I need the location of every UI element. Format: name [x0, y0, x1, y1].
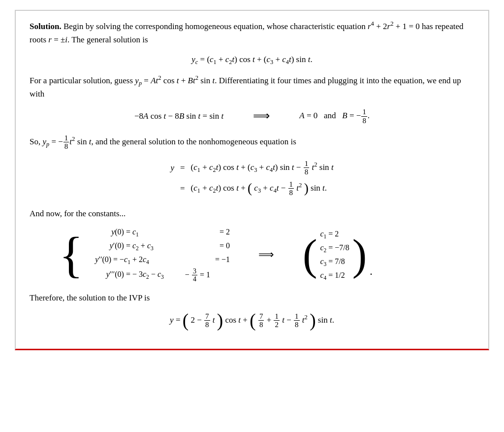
sys-row4-rhs: − 34 = 1 [181, 267, 210, 283]
sys-row2-lhs: y′(0) = [86, 240, 130, 252]
intro-paragraph: Solution. Begin by solving the correspon… [30, 20, 474, 46]
sys-row4-mid: − 3c2 − c3 [132, 268, 172, 280]
diff-lhs: −8A cos t − 8B sin t = sin t [134, 110, 223, 123]
result-c2: c2 = −7/8 [320, 242, 349, 254]
result-c1: c1 = 2 [320, 228, 339, 240]
gen-line2-lhs [167, 178, 177, 199]
constants-paragraph: And now, for the constants... [30, 207, 474, 220]
brace-system-left: { y(0) = c1 = 2 y′(0) = c2 + c3 = 0 y′′(… [59, 226, 230, 283]
yc-equation: yc = (c1 + c2t) cos t + (c3 + c4t) sin t… [30, 53, 474, 66]
result-system: ( c1 = 2 c2 = −7/8 c3 = 7/8 c4 = 1/2 ) . [303, 228, 373, 281]
particular-paragraph: For a particular solution, guess yp = At… [30, 74, 474, 100]
sys-row-1: y(0) = c1 = 2 [86, 226, 230, 238]
gen-line2-eq: = [177, 178, 188, 199]
sys-row4-lhs: y′′′(0) = [86, 268, 130, 280]
so-paragraph: So, yp = −18t2 sin t, and the general so… [30, 134, 474, 151]
general-solution-block: y = (c1 + c2t) cos t + (c3 + c4t) sin t … [167, 158, 336, 199]
implies-arrow: ⟹ [253, 107, 270, 125]
sys-row2-rhs: = 0 [200, 240, 230, 252]
system-rows-left: y(0) = c1 = 2 y′(0) = c2 + c3 = 0 y′′(0)… [86, 226, 230, 283]
result-right-brace: ) [352, 233, 367, 276]
result-rows: c1 = 2 c2 = −7/8 c3 = 7/8 c4 = 1/2 [320, 228, 349, 281]
page-container: Solution. Begin by solving the correspon… [15, 10, 489, 350]
solution-label: Solution. [30, 22, 62, 31]
sys-row3-lhs: y′′(0) = −c1 [86, 254, 130, 266]
final-equation: y = ( 2 − 78 t ) cos t + ( 78 + 12 t − 1… [30, 312, 474, 329]
result-c4: c4 = 1/2 [320, 269, 345, 281]
left-brace: { [59, 230, 83, 280]
gen-line1-rhs: (c1 + c2t) cos t + (c3 + c4t) sin t − 18… [188, 158, 337, 178]
result-row-2: c2 = −7/8 [320, 242, 349, 254]
gen-line1-eq: = [177, 158, 188, 178]
sys-row-3: y′′(0) = −c1 + 2c4 = −1 [86, 254, 230, 266]
result-row-1: c1 = 2 [320, 228, 349, 240]
gen-line2-rhs: (c1 + c2t) cos t + ( c3 + c4t − 18 t2 ) … [188, 178, 337, 199]
result-left-brace: ( [303, 233, 317, 276]
system-container: { y(0) = c1 = 2 y′(0) = c2 + c3 = 0 y′′(… [59, 226, 474, 283]
gen-line1-lhs: y [167, 158, 177, 178]
sys-row1-rhs: = 2 [200, 226, 230, 238]
result-row-4: c4 = 1/2 [320, 269, 349, 281]
result-c3: c3 = 7/8 [320, 256, 345, 267]
diff-result: −8A cos t − 8B sin t = sin t ⟹ A = 0 and… [30, 107, 474, 125]
sys-row2-mid: c2 + c3 [132, 240, 172, 252]
implies-arrow-system: ⟹ [258, 246, 274, 263]
sys-row3-mid: + 2c4 [132, 254, 172, 266]
sys-row-4: y′′′(0) = − 3c2 − c3 − 34 = 1 [86, 267, 230, 283]
sys-row1-lhs: y(0) = [86, 226, 130, 238]
therefore-paragraph: Therefore, the solution to the IVP is [30, 291, 474, 304]
sys-row1-mid: c1 [132, 226, 172, 238]
result-period: . [370, 263, 373, 279]
ab-result: A = 0 and B = −18. [299, 108, 370, 125]
result-row-3: c3 = 7/8 [320, 256, 349, 267]
sys-row-2: y′(0) = c2 + c3 = 0 [86, 240, 230, 252]
sys-row3-rhs: = −1 [200, 254, 230, 266]
